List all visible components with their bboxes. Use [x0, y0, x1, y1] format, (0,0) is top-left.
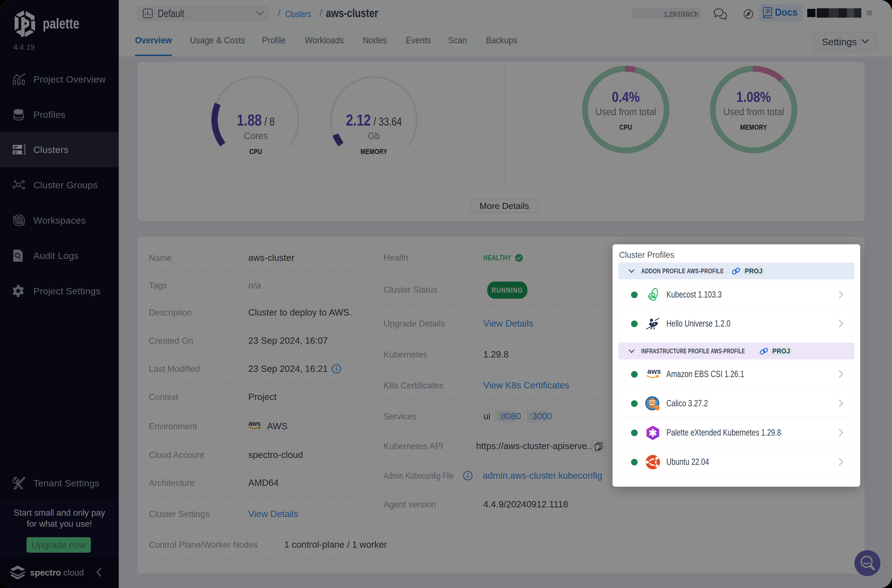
svg-text:aws: aws: [647, 367, 661, 375]
